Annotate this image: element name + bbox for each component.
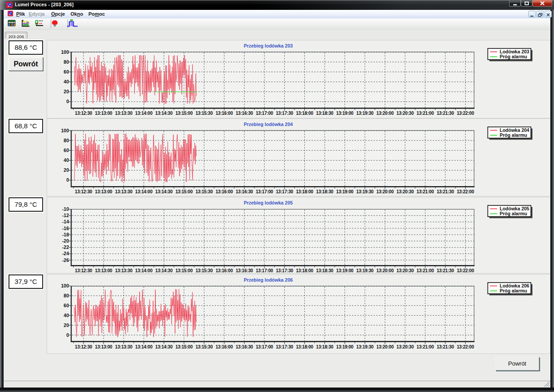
svg-text:13:15:00: 13:15:00	[175, 344, 193, 349]
svg-text:13:13:30: 13:13:30	[115, 268, 132, 273]
svg-text:13:13:30: 13:13:30	[115, 344, 132, 349]
svg-text:13:21:00: 13:21:00	[416, 268, 434, 273]
svg-text:100: 100	[61, 128, 69, 133]
svg-text:20: 20	[63, 167, 69, 173]
svg-text:20: 20	[63, 89, 69, 94]
svg-text:13:19:00: 13:19:00	[336, 111, 353, 116]
svg-text:-10: -10	[62, 206, 69, 212]
svg-text:13:18:00: 13:18:00	[296, 268, 313, 273]
svg-text:13:21:00: 13:21:00	[416, 111, 434, 116]
svg-text:Przebieg lodówka 205: Przebieg lodówka 205	[243, 200, 292, 205]
svg-text:13:20:00: 13:20:00	[376, 268, 394, 273]
svg-text:13:20:30: 13:20:30	[396, 268, 414, 273]
svg-text:100: 100	[61, 283, 69, 288]
svg-text:13:16:30: 13:16:30	[235, 111, 253, 116]
svg-text:13:16:00: 13:16:00	[215, 189, 233, 194]
svg-text:13:22:00: 13:22:00	[457, 268, 474, 273]
svg-text:80: 80	[63, 293, 69, 298]
svg-text:Próg alarmu: Próg alarmu	[500, 132, 527, 138]
svg-text:13:13:30: 13:13:30	[115, 189, 132, 194]
svg-text:0: 0	[66, 177, 69, 183]
svg-text:13:15:30: 13:15:30	[195, 344, 213, 349]
svg-text:-16: -16	[62, 225, 69, 231]
svg-text:13:18:30: 13:18:30	[316, 189, 334, 194]
svg-text:40: 40	[63, 313, 69, 318]
svg-text:13:15:00: 13:15:00	[175, 268, 193, 273]
svg-text:-22: -22	[62, 244, 69, 250]
svg-text:20: 20	[63, 322, 69, 328]
svg-text:13:14:30: 13:14:30	[155, 344, 172, 349]
svg-text:100: 100	[61, 49, 69, 55]
svg-text:13:15:00: 13:15:00	[175, 111, 193, 116]
svg-text:40: 40	[63, 79, 69, 84]
svg-text:13:21:30: 13:21:30	[436, 189, 454, 194]
svg-text:13:16:00: 13:16:00	[215, 344, 233, 349]
svg-text:13:22:00: 13:22:00	[457, 111, 474, 116]
svg-text:13:18:00: 13:18:00	[296, 344, 313, 349]
svg-text:13:14:30: 13:14:30	[155, 268, 172, 273]
svg-text:13:16:30: 13:16:30	[235, 189, 253, 194]
svg-text:60: 60	[63, 303, 69, 308]
svg-text:13:13:00: 13:13:00	[95, 111, 112, 116]
svg-text:13:18:00: 13:18:00	[296, 189, 313, 194]
svg-text:13:16:30: 13:16:30	[235, 344, 253, 349]
svg-text:13:14:00: 13:14:00	[135, 268, 153, 273]
svg-text:13:16:30: 13:16:30	[235, 268, 253, 273]
svg-text:13:16:00: 13:16:00	[215, 111, 233, 116]
svg-text:-26: -26	[62, 257, 69, 262]
svg-text:13:19:30: 13:19:30	[356, 268, 374, 273]
svg-text:13:21:30: 13:21:30	[436, 268, 454, 273]
svg-text:13:19:30: 13:19:30	[356, 111, 374, 116]
svg-text:13:19:00: 13:19:00	[336, 189, 353, 194]
svg-text:13:17:30: 13:17:30	[276, 268, 293, 273]
svg-text:60: 60	[63, 148, 69, 153]
svg-text:13:21:30: 13:21:30	[436, 111, 454, 116]
svg-text:13:17:30: 13:17:30	[276, 344, 293, 349]
svg-text:13:19:00: 13:19:00	[336, 268, 353, 273]
svg-text:13:15:00: 13:15:00	[175, 189, 193, 194]
svg-text:13:13:30: 13:13:30	[115, 111, 132, 116]
svg-text:80: 80	[63, 138, 69, 143]
svg-text:13:15:30: 13:15:30	[195, 268, 213, 273]
svg-text:13:14:30: 13:14:30	[155, 189, 172, 194]
svg-text:Próg alarmu: Próg alarmu	[500, 211, 527, 216]
svg-text:13:20:30: 13:20:30	[396, 111, 414, 116]
svg-text:13:16:00: 13:16:00	[215, 268, 233, 273]
svg-text:13:14:30: 13:14:30	[155, 111, 172, 116]
svg-text:13:13:00: 13:13:00	[95, 268, 112, 273]
svg-text:13:19:00: 13:19:00	[336, 344, 353, 349]
svg-text:13:22:00: 13:22:00	[457, 344, 474, 349]
svg-text:13:18:30: 13:18:30	[316, 344, 334, 349]
svg-text:-20: -20	[62, 238, 69, 244]
svg-text:-24: -24	[62, 251, 69, 256]
svg-text:Przebieg lodówka 206: Przebieg lodówka 206	[243, 277, 292, 283]
svg-text:Przebieg lodówka 204: Przebieg lodówka 204	[243, 122, 292, 127]
svg-text:13:17:30: 13:17:30	[276, 189, 293, 194]
svg-text:13:17:00: 13:17:00	[255, 344, 273, 349]
svg-text:13:17:00: 13:17:00	[255, 268, 273, 273]
svg-text:Przebieg lodówka 203: Przebieg lodówka 203	[243, 43, 292, 48]
svg-text:0: 0	[66, 332, 69, 338]
svg-text:40: 40	[63, 157, 69, 163]
svg-text:13:12:30: 13:12:30	[75, 111, 92, 116]
svg-text:13:14:00: 13:14:00	[135, 344, 153, 349]
svg-text:Próg alarmu: Próg alarmu	[500, 54, 527, 59]
svg-text:13:17:00: 13:17:00	[255, 189, 273, 194]
svg-text:13:20:30: 13:20:30	[396, 344, 414, 349]
svg-text:13:21:30: 13:21:30	[436, 344, 454, 349]
svg-text:80: 80	[63, 59, 69, 65]
svg-text:Próg alarmu: Próg alarmu	[500, 288, 527, 293]
svg-text:13:20:00: 13:20:00	[376, 111, 394, 116]
svg-text:13:21:00: 13:21:00	[416, 344, 434, 349]
svg-text:13:12:30: 13:12:30	[75, 268, 92, 273]
svg-text:13:20:00: 13:20:00	[376, 189, 394, 194]
svg-text:13:17:00: 13:17:00	[255, 111, 273, 116]
svg-text:13:17:30: 13:17:30	[276, 111, 293, 116]
svg-text:13:22:00: 13:22:00	[457, 189, 474, 194]
svg-text:13:12:30: 13:12:30	[75, 189, 92, 194]
svg-text:13:20:00: 13:20:00	[376, 344, 394, 349]
svg-text:-18: -18	[62, 231, 69, 237]
svg-text:13:13:00: 13:13:00	[95, 344, 112, 349]
svg-text:13:21:00: 13:21:00	[416, 189, 434, 194]
svg-text:13:19:30: 13:19:30	[356, 189, 374, 194]
